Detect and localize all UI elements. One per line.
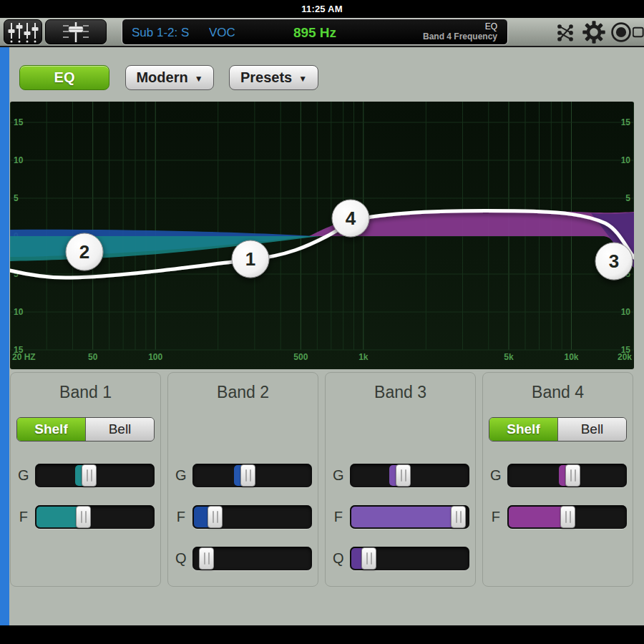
freq-label: 20 HZ: [12, 352, 36, 362]
toggle-option-bell[interactable]: Bell: [85, 418, 154, 441]
q-slider[interactable]: [192, 547, 312, 570]
record-icon: [610, 21, 633, 44]
slider-thumb[interactable]: [76, 506, 91, 528]
band-title: Band 1: [11, 383, 160, 402]
band-title: Band 3: [326, 383, 475, 402]
db-label-right: 5: [625, 193, 630, 203]
q-slider[interactable]: [350, 547, 469, 570]
slider-label-f: F: [489, 509, 503, 525]
freq-label: 20k: [618, 352, 632, 362]
quick-access-button[interactable]: [552, 19, 578, 45]
db-label-left: 10: [14, 155, 24, 165]
parameter-display[interactable]: Sub 1-2: S VOC 895 Hz EQ Band 4 Frequenc…: [122, 19, 508, 45]
settings-button[interactable]: [581, 19, 607, 45]
gear-icon: [582, 20, 606, 44]
slider-thumb[interactable]: [199, 547, 214, 570]
band-controls-row: Band 1ShelfBellGFBand 2GFQBand 3GFQBand …: [10, 372, 633, 587]
status-bar: 11:25 AM: [0, 0, 644, 18]
band-handle-number: 2: [79, 241, 89, 263]
slider-row: F: [16, 504, 155, 529]
slider-label-g: G: [331, 467, 346, 484]
fader-icon: [47, 21, 104, 44]
slider-thumb[interactable]: [82, 464, 97, 487]
chevron-down-icon: ▼: [298, 74, 307, 84]
presets-label: Presets: [240, 69, 292, 86]
toggle-option-shelf[interactable]: Shelf: [17, 418, 85, 441]
band-title: Band 4: [483, 383, 633, 402]
slider-label-q: Q: [331, 550, 346, 567]
gain-slider[interactable]: [35, 464, 155, 487]
toolbar: Sub 1-2: S VOC 895 Hz EQ Band 4 Frequenc…: [0, 18, 644, 47]
slider-row: G: [16, 463, 155, 487]
toggle-option-bell[interactable]: Bell: [557, 418, 626, 441]
clock: 11:25 AM: [301, 4, 342, 14]
toggle-option-shelf[interactable]: Shelf: [489, 418, 557, 441]
channel-view-button[interactable]: [45, 19, 107, 44]
band-panel-4: Band 4ShelfBellGF: [482, 372, 633, 587]
band-handle-1[interactable]: 1: [232, 240, 269, 278]
db-label-right: 15: [621, 117, 631, 127]
band-handle-number: 4: [346, 208, 356, 229]
frequency-slider[interactable]: [507, 505, 627, 529]
band-handle-number: 3: [609, 250, 619, 272]
slider-row: F: [489, 504, 627, 529]
freq-label: 500: [293, 352, 308, 362]
presets-dropdown[interactable]: Presets ▼: [229, 65, 318, 90]
mixer-faders-icon: [6, 21, 40, 44]
slider-label-q: Q: [174, 550, 188, 567]
meter-bridge-icon: [633, 20, 644, 44]
freq-label: 5k: [504, 352, 514, 362]
slider-label-g: G: [489, 467, 503, 484]
gain-slider[interactable]: [507, 464, 627, 487]
eq-type-label: Modern: [136, 69, 187, 86]
slider-thumb[interactable]: [240, 464, 255, 487]
slider-label-f: F: [331, 509, 346, 525]
mixer-view-button[interactable]: [4, 19, 42, 44]
slider-fill: [351, 507, 467, 527]
eq-enable-button[interactable]: EQ: [19, 65, 109, 90]
channel-color-strip: [0, 47, 9, 625]
band-panel-2: Band 2GFQ: [167, 372, 318, 587]
slider-thumb[interactable]: [565, 464, 580, 487]
eq-graph[interactable]: 151510105500551010151520 HZ501005001k5k1…: [10, 102, 634, 369]
eq-type-dropdown[interactable]: Modern ▼: [125, 65, 214, 90]
slider-row: Q: [331, 546, 469, 570]
frequency-slider[interactable]: [35, 505, 155, 529]
freq-label: 10k: [564, 352, 578, 362]
frequency-slider[interactable]: [192, 505, 312, 529]
shelf-bell-toggle: ShelfBell: [489, 417, 627, 441]
frequency-slider[interactable]: [350, 505, 469, 529]
eq-view: EQ Modern ▼ Presets ▼: [0, 47, 644, 625]
band-panel-3: Band 3GFQ: [325, 372, 476, 587]
freq-label: 50: [88, 352, 98, 362]
meters-button[interactable]: [633, 19, 644, 45]
gain-slider[interactable]: [350, 464, 469, 487]
slider-row: F: [331, 504, 469, 529]
slider-row: Q: [174, 546, 312, 570]
slider-row: F: [174, 504, 312, 529]
slider-thumb[interactable]: [361, 547, 376, 570]
freq-label: 1k: [358, 352, 369, 362]
slider-thumb[interactable]: [396, 464, 411, 487]
slider-row: G: [331, 463, 469, 487]
display-section: EQ: [485, 21, 497, 31]
slider-thumb[interactable]: [560, 506, 575, 528]
slider-row: G: [174, 463, 312, 487]
slider-thumb[interactable]: [451, 506, 466, 528]
db-label-right: 10: [621, 155, 631, 165]
patch-icon: [554, 21, 577, 44]
band-handle-2[interactable]: 2: [66, 233, 103, 270]
record-button[interactable]: [608, 19, 634, 45]
chevron-down-icon: ▼: [195, 74, 203, 84]
slider-label-f: F: [174, 509, 188, 525]
slider-label-f: F: [16, 509, 31, 525]
band-handle-3[interactable]: 3: [595, 243, 633, 280]
band-panel-1: Band 1ShelfBellGF: [10, 372, 161, 587]
slider-thumb[interactable]: [208, 506, 223, 528]
gain-slider[interactable]: [192, 464, 312, 487]
db-label-left: 15: [14, 117, 24, 127]
band-handle-4[interactable]: 4: [332, 200, 369, 237]
band-title: Band 2: [168, 383, 318, 402]
bottom-bar: [0, 625, 644, 644]
slider-row: G: [489, 463, 627, 487]
